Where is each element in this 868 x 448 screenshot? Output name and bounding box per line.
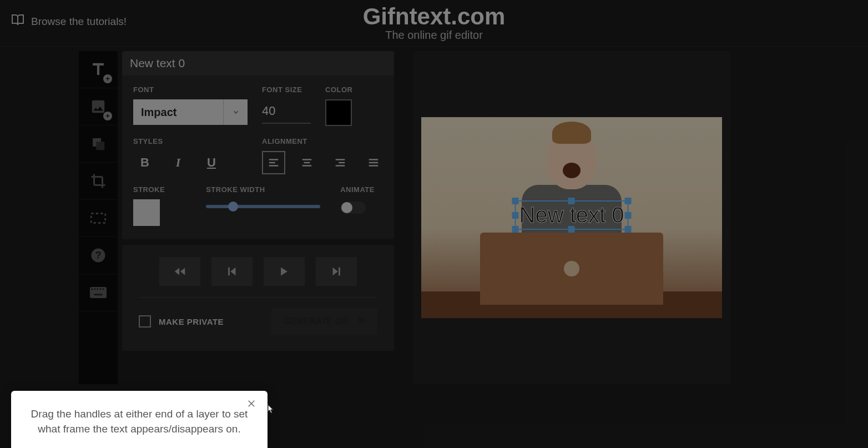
controls-panel: MAKE PRIVATE GENERATE GIF xyxy=(122,245,394,351)
animate-field: ANIMATE xyxy=(340,185,375,226)
align-left-button[interactable] xyxy=(262,151,285,174)
svg-rect-9 xyxy=(100,289,102,290)
svg-marker-24 xyxy=(175,268,179,275)
align-center-button[interactable] xyxy=(295,151,319,174)
generate-gif-button[interactable]: GENERATE GIF xyxy=(271,308,377,335)
add-text-tool[interactable] xyxy=(79,51,118,88)
stroke-label: STROKE xyxy=(133,185,165,194)
color-field: COLOR xyxy=(325,85,352,126)
next-frame-button[interactable] xyxy=(316,257,357,286)
playback-controls xyxy=(139,257,377,286)
apple-logo-icon xyxy=(564,261,579,276)
add-image-tool[interactable] xyxy=(79,88,118,125)
canvas-area: New text 0 xyxy=(413,51,730,384)
svg-rect-2 xyxy=(91,214,105,223)
styles-label: STYLES xyxy=(133,137,223,145)
alignment-field: ALIGNMENT xyxy=(262,137,385,174)
color-swatch[interactable] xyxy=(325,99,352,126)
rewind-button[interactable] xyxy=(159,257,200,286)
svg-marker-26 xyxy=(230,268,235,276)
divider xyxy=(139,297,377,298)
generate-label: GENERATE GIF xyxy=(284,316,350,326)
strokewidth-label: STROKE WIDTH xyxy=(206,185,320,194)
handle-tc[interactable] xyxy=(568,198,575,204)
cursor-icon xyxy=(264,404,275,419)
book-icon xyxy=(11,13,24,29)
tutorial-tooltip: Drag the handles at either end of a laye… xyxy=(11,391,268,448)
brand-title: Gifntext.com xyxy=(363,3,506,30)
toggle-thumb xyxy=(341,202,352,213)
header: Browse the tutorials! Gifntext.com The o… xyxy=(0,0,868,47)
make-private-checkbox[interactable] xyxy=(139,315,151,328)
play-button[interactable] xyxy=(264,257,305,286)
italic-button[interactable]: I xyxy=(166,151,190,174)
make-private-label: MAKE PRIVATE xyxy=(159,317,224,326)
font-name: Impact xyxy=(133,106,223,119)
panels-column: New text 0 FONT Impact FONT SIZE xyxy=(122,51,394,384)
fontsize-field: FONT SIZE xyxy=(262,85,311,126)
handle-tl[interactable] xyxy=(512,198,519,204)
svg-marker-28 xyxy=(281,268,287,276)
svg-rect-7 xyxy=(94,289,96,290)
bold-button[interactable]: B xyxy=(133,151,157,174)
toolbar: ? xyxy=(79,51,118,384)
gif-preview[interactable]: New text 0 xyxy=(421,117,722,318)
svg-rect-11 xyxy=(94,294,103,296)
browse-tutorials-link[interactable]: Browse the tutorials! xyxy=(11,13,127,29)
strokewidth-slider[interactable] xyxy=(206,205,320,208)
chevron-down-icon xyxy=(223,99,248,125)
brand-subtitle: The online gif editor xyxy=(363,29,506,42)
underline-button[interactable]: U xyxy=(200,151,223,174)
fontsize-input[interactable] xyxy=(262,99,311,124)
font-select[interactable]: Impact xyxy=(133,99,248,125)
panel-title: New text 0 xyxy=(122,51,394,75)
font-label: FONT xyxy=(133,85,248,94)
handle-br[interactable] xyxy=(624,226,631,233)
brand: Gifntext.com The online gif editor xyxy=(363,3,506,42)
prev-frame-button[interactable] xyxy=(211,257,253,286)
crop-tool[interactable] xyxy=(79,163,118,200)
handle-bl[interactable] xyxy=(512,226,519,233)
overlay-text: New text 0 xyxy=(519,203,624,228)
fontsize-label: FONT SIZE xyxy=(262,85,311,94)
handle-ml[interactable] xyxy=(512,212,519,219)
svg-marker-29 xyxy=(333,268,338,276)
text-properties-panel: New text 0 FONT Impact FONT SIZE xyxy=(122,51,394,239)
alignment-label: ALIGNMENT xyxy=(262,137,385,145)
handle-tr[interactable] xyxy=(624,198,631,204)
svg-rect-10 xyxy=(103,289,104,290)
text-overlay[interactable]: New text 0 xyxy=(515,200,629,230)
stroke-swatch[interactable] xyxy=(133,199,160,226)
tooltip-text: Drag the handles at either end of a laye… xyxy=(26,406,253,437)
tooltip-close-button[interactable] xyxy=(246,399,256,411)
font-field: FONT Impact xyxy=(133,85,248,126)
svg-rect-6 xyxy=(92,289,93,290)
color-label: COLOR xyxy=(325,85,352,94)
bottom-row: MAKE PRIVATE GENERATE GIF xyxy=(139,308,377,335)
laptop-graphic xyxy=(480,233,663,305)
chevron-right-icon xyxy=(355,315,365,328)
resize-tool[interactable] xyxy=(79,200,118,237)
svg-marker-25 xyxy=(180,268,185,275)
animate-label: ANIMATE xyxy=(340,185,375,194)
strokewidth-field: STROKE WIDTH xyxy=(206,185,320,226)
main: ? New text 0 FONT Impact xyxy=(0,47,868,384)
slider-thumb[interactable] xyxy=(228,202,238,212)
handle-mr[interactable] xyxy=(624,212,631,219)
keyboard-tool[interactable] xyxy=(79,274,118,311)
handle-bc[interactable] xyxy=(568,226,575,233)
svg-rect-1 xyxy=(96,142,104,150)
animate-toggle[interactable] xyxy=(340,202,366,214)
stroke-field: STROKE xyxy=(133,185,165,226)
help-tool[interactable]: ? xyxy=(79,237,118,274)
svg-rect-8 xyxy=(97,289,99,290)
align-right-button[interactable] xyxy=(329,151,352,174)
tutorials-label: Browse the tutorials! xyxy=(31,16,127,28)
styles-field: STYLES B I U xyxy=(133,137,223,174)
layers-tool[interactable] xyxy=(79,125,118,163)
align-justify-button[interactable] xyxy=(362,151,385,174)
svg-text:?: ? xyxy=(95,250,102,261)
